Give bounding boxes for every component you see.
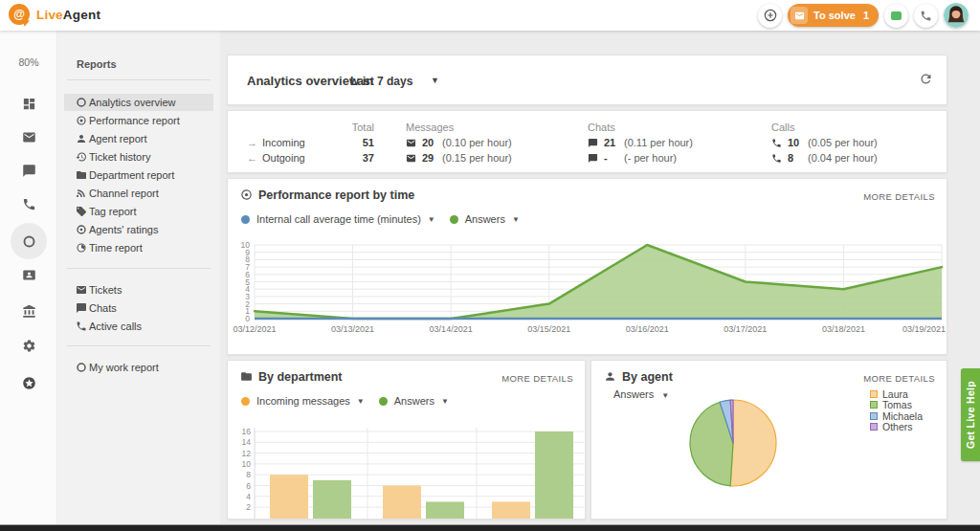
rail-item-calls[interactable] xyxy=(0,191,57,216)
sidebar-item-chats[interactable]: Chats xyxy=(64,299,213,317)
sidebar-item-label: Time report xyxy=(89,242,143,254)
legend-dot-green xyxy=(379,397,388,406)
chevron-down-icon[interactable]: ▼ xyxy=(441,397,449,406)
sidebar-item-my-work-report[interactable]: My work report xyxy=(64,359,213,376)
top-bar: @ LiveAgent To solve 1 xyxy=(0,0,980,31)
sidebar-item-performance-report[interactable]: Performance report xyxy=(64,112,213,129)
col-header-messages: Messages xyxy=(406,122,454,133)
rail-item-reports[interactable] xyxy=(0,229,57,254)
sidebar-item-channel-report[interactable]: Channel report xyxy=(64,185,213,202)
chevron-down-icon[interactable]: ▼ xyxy=(512,215,520,224)
messages-rate: (0.10 per hour) xyxy=(442,137,512,148)
chevron-down-icon[interactable]: ▼ xyxy=(428,215,435,224)
target-icon xyxy=(240,188,253,201)
to-solve-button[interactable]: To solve 1 xyxy=(788,4,879,27)
rail-item-billing[interactable] xyxy=(0,299,57,323)
rss-icon xyxy=(75,188,88,199)
sidebar-item-tag-report[interactable]: Tag report xyxy=(64,203,213,220)
sidebar-item-label: Agents' ratings xyxy=(89,224,158,235)
date-range-selector[interactable]: Last 7 days xyxy=(350,75,412,88)
plus-circle-icon xyxy=(763,8,778,23)
get-live-help-button[interactable]: Get Live Help xyxy=(961,368,980,461)
calls-value: 8 xyxy=(788,152,802,164)
department-legend: Incoming messages ▼ Answers ▼ xyxy=(241,395,457,407)
legend-swatch xyxy=(870,401,878,409)
add-new-button[interactable] xyxy=(758,4,782,28)
svg-text:16: 16 xyxy=(242,427,252,436)
folder-icon xyxy=(75,169,88,181)
svg-text:2: 2 xyxy=(246,502,251,512)
rail-item-tickets[interactable] xyxy=(0,124,57,149)
svg-text:10: 10 xyxy=(242,459,252,469)
liveagent-logo[interactable]: @ LiveAgent xyxy=(9,4,100,25)
rail-item-chats[interactable] xyxy=(0,158,57,183)
rail-item-settings[interactable] xyxy=(0,333,57,358)
sidebar-item-ticket-history[interactable]: Ticket history xyxy=(64,148,213,166)
logo-agent: Agent xyxy=(63,8,100,22)
sidebar-item-analytics-overview[interactable]: Analytics overview xyxy=(64,94,213,111)
sidebar-item-label: Chats xyxy=(89,302,117,314)
phone-icon xyxy=(920,10,932,22)
chevron-down-icon[interactable]: ▼ xyxy=(431,76,439,85)
envelope-icon xyxy=(406,153,416,164)
svg-text:03/14/2021: 03/14/2021 xyxy=(430,324,473,334)
rail-item-starred[interactable] xyxy=(0,370,57,395)
ring-icon xyxy=(75,362,88,373)
chats-value: - xyxy=(604,152,618,164)
svg-text:03/15/2021: 03/15/2021 xyxy=(527,324,570,334)
main-content: Analytics overview in Last 7 days ▼ Tota… xyxy=(220,31,980,524)
envelope-icon xyxy=(406,138,416,148)
grid-icon xyxy=(22,97,36,111)
svg-text:03/12/2021: 03/12/2021 xyxy=(233,324,276,334)
performance-report-panel: Performance report by time MORE DETAILS … xyxy=(227,178,947,355)
row-label: Incoming xyxy=(262,137,305,148)
legend-label[interactable]: Answers xyxy=(394,395,434,407)
svg-text:10: 10 xyxy=(241,240,251,250)
more-details-link[interactable]: MORE DETAILS xyxy=(501,373,573,384)
logo-live: Live xyxy=(36,8,63,22)
sidebar-item-tickets[interactable]: Tickets xyxy=(64,281,213,299)
sidebar-item-label: Active calls xyxy=(89,321,142,332)
sidebar-item-active-calls[interactable]: Active calls xyxy=(64,318,213,335)
rail-item-dashboard[interactable] xyxy=(0,91,57,116)
agent-metric-selector[interactable]: Answers▼ xyxy=(613,388,677,400)
messages-value: 29 xyxy=(422,152,436,164)
performance-time-chart: 01234567891003/12/202103/13/202103/14/20… xyxy=(228,236,947,353)
svg-text:6: 6 xyxy=(246,481,251,491)
legend-label[interactable]: Answers xyxy=(465,213,505,225)
legend-label[interactable]: Incoming messages xyxy=(256,395,350,407)
mail-icon xyxy=(22,130,36,144)
refresh-button[interactable] xyxy=(919,72,933,86)
sidebar-item-agent-report[interactable]: Agent report xyxy=(64,130,213,147)
more-details-link[interactable]: MORE DETAILS xyxy=(863,191,935,202)
topbar-actions: To solve 1 xyxy=(758,3,969,28)
sidebar-item-time-report[interactable]: Time report xyxy=(64,239,213,256)
sidebar-item-department-report[interactable]: Department report xyxy=(64,166,213,184)
calls-button[interactable] xyxy=(914,4,938,28)
sidebar-item-label: Department report xyxy=(89,169,174,181)
chevron-down-icon[interactable]: ▼ xyxy=(357,397,365,406)
arrow-left-icon: ← xyxy=(247,152,257,164)
ring-icon xyxy=(22,234,36,249)
envelope-icon xyxy=(791,7,808,24)
rail-item-contacts[interactable] xyxy=(0,262,57,287)
chats-button[interactable] xyxy=(884,4,908,28)
history-icon xyxy=(75,151,88,163)
avatar[interactable] xyxy=(944,3,969,28)
svg-text:4: 4 xyxy=(246,492,251,501)
svg-text:03/16/2021: 03/16/2021 xyxy=(626,324,669,334)
more-details-link[interactable]: MORE DETAILS xyxy=(863,373,935,384)
metric-label: Answers xyxy=(613,388,654,400)
chevron-down-icon[interactable]: ▼ xyxy=(661,391,669,400)
sidebar-item-label: Performance report xyxy=(89,115,180,126)
legend-swatch xyxy=(870,423,878,431)
time-pie-icon xyxy=(75,242,88,254)
sidebar-item-agents-ratings[interactable]: Agents' ratings xyxy=(64,221,213,238)
legend-label[interactable]: Internal call average time (minutes) xyxy=(256,213,421,225)
person-icon xyxy=(604,370,616,383)
star-circle-icon xyxy=(22,376,36,390)
stats-row-incoming: → Incoming 51 20 (0.10 per hour) 21 (0.1… xyxy=(228,137,947,151)
svg-text:8: 8 xyxy=(246,470,251,479)
to-solve-label: To solve xyxy=(813,10,856,21)
sidebar-item-label: Agent report xyxy=(89,133,147,144)
